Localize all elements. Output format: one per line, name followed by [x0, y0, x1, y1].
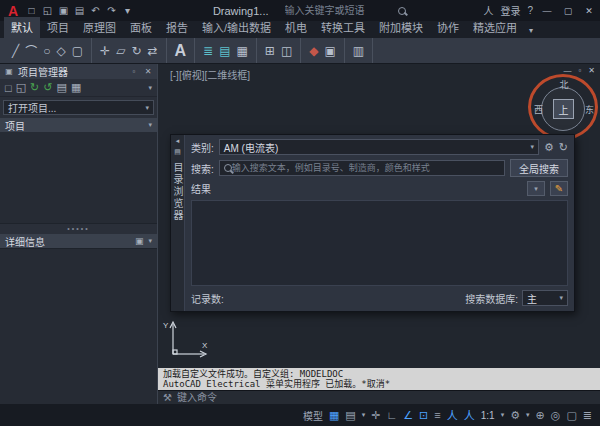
- project-tree-area[interactable]: [0, 132, 157, 224]
- polar-tracking-icon[interactable]: ∠: [403, 409, 413, 422]
- arc-tool-icon[interactable]: ⌒: [25, 42, 37, 59]
- close-button[interactable]: ✕: [582, 6, 596, 16]
- lineweight-icon[interactable]: ≡: [434, 409, 440, 421]
- viewcube-west-label[interactable]: 西: [534, 103, 543, 116]
- drawing-restore-icon[interactable]: ▫: [578, 66, 581, 75]
- line-tool-icon[interactable]: ╱: [12, 44, 19, 58]
- palette-autohide-icon[interactable]: ◂: [176, 137, 180, 145]
- block-editor-icon[interactable]: ◫: [281, 44, 292, 58]
- drawing-area[interactable]: [-][俯视][二维线框] — ▫ ✕ 北 西 东 上 ◂ ▤ 目录浏览器 类别…: [158, 64, 600, 368]
- multiline-text-icon[interactable]: A: [175, 42, 187, 60]
- customization-icon[interactable]: ≣: [583, 409, 592, 422]
- edit-record-button[interactable]: ✎: [550, 181, 568, 196]
- maximize-button[interactable]: ▢: [561, 6, 575, 16]
- palette-close-icon[interactable]: ✕: [143, 67, 153, 76]
- undo-icon[interactable]: ↶: [88, 5, 103, 16]
- chevron-down-icon[interactable]: ▾: [362, 411, 366, 419]
- marker-icon[interactable]: ◆: [309, 44, 318, 58]
- grid-icon[interactable]: ▦: [329, 409, 339, 422]
- clean-screen-icon[interactable]: ▢: [566, 409, 576, 422]
- new-project-icon[interactable]: □: [5, 82, 12, 94]
- global-search-button[interactable]: 全局搜索: [510, 159, 568, 177]
- open-project-folder-icon[interactable]: ◱: [16, 81, 26, 94]
- catalog-settings-gear-icon[interactable]: ⚙: [544, 141, 554, 154]
- annotation-scale-label[interactable]: 1:1: [481, 410, 495, 421]
- command-history[interactable]: 加载自定义文件成功。自定义组: MODELDOC AutoCAD Electri…: [158, 368, 600, 390]
- project-refresh-icon[interactable]: ↻: [30, 81, 39, 94]
- chevron-down-icon[interactable]: ▾: [501, 411, 505, 419]
- ribbon-tab-featured-apps[interactable]: 精选应用: [466, 17, 524, 38]
- help-icon[interactable]: ?: [527, 5, 533, 16]
- model-space-label[interactable]: 模型: [303, 408, 323, 423]
- catalog-search-box[interactable]: [219, 160, 505, 176]
- ribbon-tab-project[interactable]: 项目: [40, 17, 76, 38]
- chevron-down-icon[interactable]: ▾: [148, 237, 152, 245]
- viewport-controls[interactable]: [-][俯视][二维线框]: [170, 67, 250, 82]
- details-section-header[interactable]: 详细信息 ▣ ▾: [0, 234, 157, 248]
- layer-list-icon[interactable]: ≣: [203, 44, 213, 58]
- details-view-icon[interactable]: ▣: [135, 236, 144, 246]
- object-snap-icon[interactable]: ⊡: [419, 409, 428, 422]
- search-icon[interactable]: [398, 7, 406, 15]
- snap-icon[interactable]: ▤: [345, 409, 355, 422]
- project-update-icon[interactable]: ↺: [43, 81, 52, 94]
- help-search-box[interactable]: [285, 5, 406, 16]
- plot-project-icon[interactable]: ▦: [71, 81, 81, 94]
- viewcube-top-face[interactable]: 上: [553, 99, 574, 119]
- signin-label[interactable]: 登录: [500, 3, 520, 18]
- viewcube[interactable]: 北 西 东 上: [534, 78, 594, 138]
- ribbon-tab-import-export[interactable]: 输入/输出数据: [195, 17, 278, 38]
- drawing-close-icon[interactable]: ✕: [588, 66, 595, 75]
- ribbon-tab-reports[interactable]: 报告: [159, 17, 195, 38]
- chevron-down-icon[interactable]: ▾: [559, 294, 563, 302]
- catalog-refresh-icon[interactable]: ↻: [559, 141, 568, 154]
- workspace-gear-icon[interactable]: ⚙: [510, 409, 520, 422]
- chevron-down-icon[interactable]: ▾: [526, 411, 530, 419]
- viewcube-east-label[interactable]: 东: [585, 103, 594, 116]
- dynamic-input-icon[interactable]: ✛: [371, 409, 380, 422]
- ribbon-tab-default[interactable]: 默认: [4, 17, 40, 38]
- ribbon-tab-schematic[interactable]: 原理图: [76, 17, 123, 38]
- rotate-tool-icon[interactable]: ↻: [131, 44, 141, 58]
- splitter-handle[interactable]: •••••: [0, 224, 157, 234]
- search-database-combobox[interactable]: 主 ▾: [522, 290, 568, 306]
- isolate-objects-icon[interactable]: ◎: [551, 409, 561, 422]
- annotation-monitor-icon[interactable]: ⊕: [536, 409, 545, 422]
- copy-tool-icon[interactable]: ▱: [116, 44, 125, 58]
- rectangle-tool-icon[interactable]: ▢: [72, 44, 83, 58]
- ribbon-tab-conversion-tools[interactable]: 转换工具: [314, 17, 372, 38]
- results-filter-dropdown[interactable]: ▾: [527, 181, 545, 196]
- attribute-icon[interactable]: ▣: [324, 44, 335, 58]
- ortho-icon[interactable]: ∟: [386, 409, 397, 421]
- open-file-icon[interactable]: ◱: [40, 5, 55, 16]
- results-list-area[interactable]: [191, 200, 568, 286]
- move-tool-icon[interactable]: ✛: [100, 44, 110, 58]
- plot-icon[interactable]: ▤: [72, 5, 87, 16]
- projects-section-header[interactable]: 项目 ▾: [0, 118, 157, 132]
- ribbon-tab-more-icon[interactable]: ▾: [524, 24, 538, 38]
- help-search-input[interactable]: [285, 5, 393, 16]
- chevron-down-icon[interactable]: ▾: [530, 143, 534, 151]
- catalog-browser-titlebar[interactable]: ◂ ▤ 目录浏览器: [171, 135, 185, 311]
- new-file-icon[interactable]: □: [24, 5, 39, 16]
- clipboard-icon[interactable]: ▥: [353, 44, 364, 58]
- circle-tool-icon[interactable]: ○: [43, 44, 50, 58]
- ribbon-tab-panel[interactable]: 面板: [123, 17, 159, 38]
- layer-properties-icon[interactable]: ▤: [219, 44, 230, 58]
- palette-menu-icon[interactable]: ▤: [174, 148, 181, 156]
- layer-state-icon[interactable]: ▦: [236, 44, 247, 58]
- command-input[interactable]: [177, 392, 595, 403]
- ribbon-tab-electromechanical[interactable]: 机电: [278, 17, 314, 38]
- ribbon-tab-addins[interactable]: 附加模块: [372, 17, 430, 38]
- project-manager-titlebar[interactable]: ▣ 项目管理器 ▫ ✕: [0, 64, 157, 79]
- mirror-tool-icon[interactable]: ⇄: [147, 44, 157, 58]
- wrench-icon[interactable]: ⚒: [163, 392, 172, 403]
- chevron-down-icon[interactable]: ▾: [148, 121, 152, 129]
- save-file-icon[interactable]: ▣: [56, 5, 71, 16]
- command-line[interactable]: ⚒: [158, 390, 600, 404]
- palette-pin-icon[interactable]: ▫: [129, 67, 139, 76]
- insert-block-icon[interactable]: ⊞: [265, 44, 275, 58]
- user-icon[interactable]: 人: [483, 3, 493, 18]
- category-combobox[interactable]: AM (电流表) ▾: [219, 139, 539, 155]
- open-project-combobox[interactable]: 打开项目... ▾: [3, 100, 154, 115]
